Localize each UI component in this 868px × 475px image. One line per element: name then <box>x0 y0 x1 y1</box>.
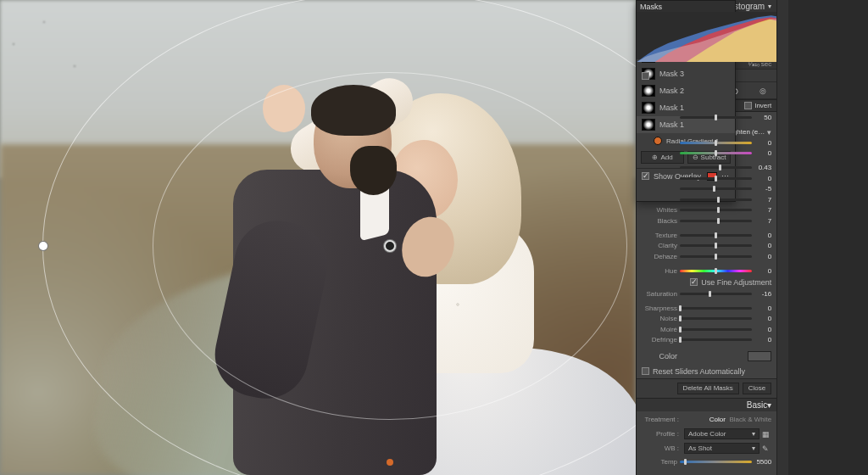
histogram-graph[interactable] <box>637 12 776 59</box>
basic-panel: Treatment : Color Black & White Profile … <box>637 411 776 469</box>
noise-row: Noise0 <box>642 314 771 323</box>
profile-dropdown[interactable]: Adobe Color▾ <box>684 428 760 439</box>
delete-all-masks-button[interactable]: Delete All Masks <box>677 383 739 394</box>
chevron-down-icon: ▾ <box>752 430 755 438</box>
clarity-slider[interactable] <box>680 244 752 247</box>
fine-adjustment-row: Use Fine Adjustment <box>642 277 771 288</box>
temp-slider[interactable] <box>680 142 752 144</box>
tint-slider[interactable] <box>680 152 752 154</box>
mask-item[interactable]: Mask 2 <box>637 82 735 99</box>
panel-scrollbar[interactable] <box>776 0 788 475</box>
photo-preview <box>0 0 636 475</box>
moire-slider[interactable] <box>680 328 752 331</box>
blacks-row: Blacks7 <box>642 216 771 226</box>
profile-browser-icon[interactable]: ▦ <box>760 430 771 439</box>
feather-slider[interactable] <box>680 116 752 119</box>
wb-dropdown[interactable]: As Shot▾ <box>684 443 760 454</box>
chevron-down-icon: ▾ <box>767 128 771 137</box>
basic-panel-header[interactable]: Basic▾ <box>637 398 776 411</box>
basic-temp-row: Temp5500 <box>642 457 771 467</box>
sharpness-row: Sharpness0 <box>642 304 771 313</box>
noise-slider[interactable] <box>680 317 752 320</box>
invert-checkbox[interactable] <box>744 102 752 109</box>
reset-sliders-row: Reset Sliders Automatically <box>642 365 771 376</box>
shadows-slider[interactable] <box>680 198 752 201</box>
chevron-down-icon: ▾ <box>768 3 771 10</box>
mask-add-button[interactable]: ⊕Add <box>641 151 684 164</box>
mask-label: Mask 3 <box>659 70 684 78</box>
subtract-icon: ⊖ <box>693 154 698 161</box>
show-overlay-checkbox[interactable] <box>642 172 649 180</box>
mask-thumb-icon <box>642 85 655 97</box>
close-button[interactable]: Close <box>743 383 771 394</box>
treatment-color[interactable]: Color <box>709 416 726 423</box>
radial-gradient-icon <box>654 137 662 145</box>
highlights-slider[interactable] <box>680 187 752 190</box>
reset-sliders-checkbox[interactable] <box>642 367 649 375</box>
moire-row: Moiré0 <box>642 325 771 334</box>
mask-label: Mask 1 <box>659 103 684 112</box>
mask-thumb-icon <box>642 102 655 114</box>
mask-item[interactable]: Mask 1 <box>637 99 735 116</box>
saturation-row: Saturation-16 <box>642 289 771 299</box>
defringe-row: Defringe0 <box>642 335 771 344</box>
whites-row: Whites7 <box>642 205 771 215</box>
fine-adjustment-checkbox[interactable] <box>690 278 698 286</box>
redeye2-icon[interactable]: ◎ <box>757 85 769 97</box>
hue-row: Hue0 <box>642 266 771 276</box>
dehaze-slider[interactable] <box>680 255 752 258</box>
chevron-down-icon: ▾ <box>767 400 771 410</box>
mask-label: Mask 1 <box>659 120 684 129</box>
saturation-slider[interactable] <box>680 293 752 295</box>
treatment-bw[interactable]: Black & White <box>729 416 771 423</box>
exposure-slider[interactable] <box>680 166 752 169</box>
blacks-slider[interactable] <box>680 220 752 222</box>
checkbox-icon <box>642 72 649 80</box>
texture-row: Texture0 <box>642 231 771 240</box>
photo-canvas[interactable] <box>0 0 636 475</box>
wb-row: WB : As Shot▾ ✎ <box>642 443 771 455</box>
texture-slider[interactable] <box>680 234 752 237</box>
clarity-row: Clarity0 <box>642 241 771 250</box>
mask-thumb-icon <box>642 119 655 131</box>
masks-panel-title[interactable]: Masks <box>637 1 735 13</box>
color-swatch-button[interactable] <box>748 351 771 361</box>
mask-label: Mask 2 <box>659 87 684 95</box>
mask-item-selected[interactable]: Mask 1 <box>637 116 735 133</box>
contrast-slider[interactable] <box>680 177 752 180</box>
hue-slider[interactable] <box>680 270 752 272</box>
whites-slider[interactable] <box>680 209 752 211</box>
defringe-slider[interactable] <box>680 338 752 341</box>
basic-temp-slider[interactable] <box>680 461 752 463</box>
sharpness-slider[interactable] <box>680 307 752 310</box>
color-row: Color <box>642 349 771 363</box>
profile-row: Profile : Adobe Color▾ ▦ <box>642 428 771 440</box>
chevron-down-icon: ▾ <box>752 444 755 452</box>
add-icon: ⊕ <box>652 154 658 161</box>
svg-marker-3 <box>637 19 776 62</box>
wb-picker-icon[interactable]: ✎ <box>760 444 771 453</box>
treatment-row: Treatment : Color Black & White <box>642 414 771 426</box>
dehaze-row: Dehaze0 <box>642 252 771 261</box>
mask-item[interactable]: Mask 3 <box>637 65 735 82</box>
